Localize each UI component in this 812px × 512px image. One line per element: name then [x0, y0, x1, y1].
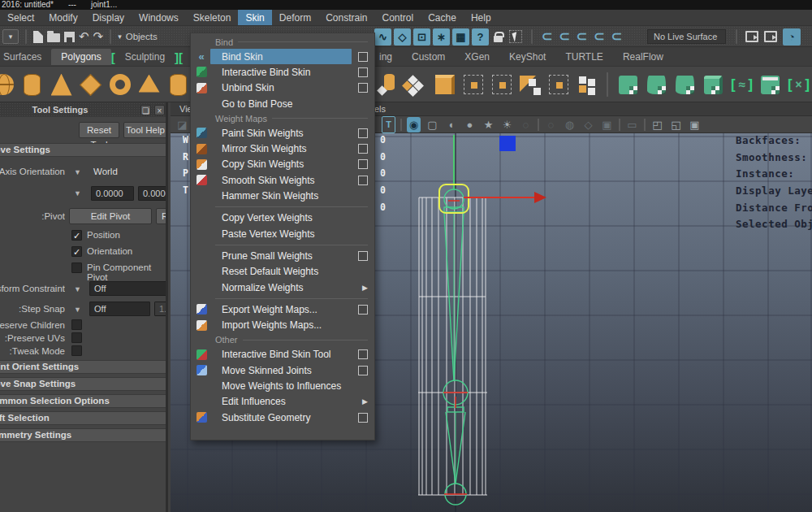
option-box[interactable] — [358, 144, 368, 154]
menu-item-unbind-skin[interactable]: Unbind Skin — [191, 80, 374, 96]
axis-orientation-dropdown-arrow[interactable]: ▼ — [74, 168, 81, 176]
option-box[interactable] — [358, 52, 368, 62]
checkbox-orientation[interactable]: ✓ — [71, 246, 82, 257]
bevel-fold-icon[interactable] — [519, 71, 541, 98]
axis-orientation-value[interactable]: World — [93, 167, 118, 176]
textured-icon[interactable]: T — [382, 116, 395, 133]
cube-icon[interactable] — [434, 71, 456, 98]
shelf-tab-realflow[interactable]: RealFlow — [613, 49, 673, 65]
menu-item-go-to-bind-pose[interactable]: Go to Bind Pose — [191, 96, 374, 111]
section-symmetry-settings[interactable]: Symmetry Settings — [0, 428, 168, 442]
motion-blur-icon[interactable]: ◍ — [563, 117, 577, 132]
construction-history-on-icon[interactable]: ⊂ — [542, 26, 552, 47]
multisample-icon[interactable]: ◇ — [581, 117, 595, 132]
menu-select[interactable]: Select — [0, 10, 41, 25]
menu-item-mirror-skin-weights[interactable]: Mirror Skin Weights — [191, 141, 374, 156]
menu-item-paste-vertex-weights[interactable]: Paste Vertex Weights — [191, 226, 374, 241]
transform-constraint-arrow[interactable]: ▼ — [74, 285, 81, 293]
section-joint-orient-settings[interactable]: Joint Orient Settings — [0, 360, 168, 374]
shelf-tab-custom[interactable]: Custom — [402, 49, 455, 65]
magnet-dotted-icon[interactable]: ⊂ — [611, 26, 622, 47]
menu-item-export-weight-maps-[interactable]: Export Weight Maps... — [191, 302, 374, 317]
snap-to-projected-center-icon[interactable]: ∗ — [433, 28, 450, 46]
menu-item-hammer-skin-weights[interactable]: Hammer Skin Weights — [191, 188, 374, 203]
option-box[interactable] — [358, 413, 368, 423]
move-settings-section[interactable]: Move Settings — [0, 143, 168, 157]
option-box[interactable] — [358, 176, 368, 185]
menu-modify[interactable]: Modify — [41, 10, 84, 25]
menu-item-normalize-weights[interactable]: Normalize Weights▶ — [191, 280, 374, 295]
open-scene-icon[interactable] — [47, 33, 60, 42]
tool-settings-header[interactable]: Tool Settings ❏ × — [0, 102, 168, 117]
menu-item-copy-skin-weights[interactable]: Copy Skin Weights — [191, 157, 374, 172]
uv-editor-icon[interactable] — [759, 71, 781, 98]
magnet-icon[interactable]: ⊂ — [594, 26, 604, 47]
shelf-tab-xgen[interactable]: XGen — [455, 49, 499, 65]
use-all-lights-icon[interactable]: ★ — [482, 117, 495, 132]
option-box[interactable] — [358, 305, 368, 315]
pane-layout-2-icon[interactable]: ◱ — [669, 117, 683, 132]
marquee-select-icon[interactable] — [462, 71, 484, 98]
menu-item-paint-skin-weights[interactable]: Paint Skin Weights — [191, 125, 374, 141]
checkbox-preserve-uvs-[interactable] — [71, 332, 82, 343]
menu-constrain[interactable]: Constrain — [318, 10, 374, 25]
live-surface-field[interactable]: No Live Surface — [647, 29, 726, 44]
shelf-tab-keyshot[interactable]: KeyShot — [499, 49, 555, 65]
poly-cube-icon[interactable] — [80, 71, 102, 98]
menu-deform[interactable]: Deform — [272, 10, 318, 25]
close-panel-icon[interactable]: × — [154, 105, 165, 115]
option-box[interactable] — [358, 251, 368, 261]
reset-pivot-button[interactable]: Reset — [156, 208, 168, 224]
field-dropdown-arrow[interactable]: ▼ — [74, 189, 81, 197]
snap-to-grids-icon[interactable]: ⊡ — [413, 28, 430, 46]
shelf-tab-surfaces[interactable]: Surfaces — [0, 49, 51, 65]
option-box[interactable] — [358, 349, 368, 359]
menu-collapse-button[interactable]: ▾ — [2, 29, 19, 44]
menu-windows[interactable]: Windows — [132, 10, 186, 25]
save-scene-icon[interactable] — [64, 32, 75, 42]
selection-mask-label[interactable]: Objects — [126, 32, 158, 41]
menu-item-bind-skin[interactable]: «Bind Skin — [191, 49, 374, 64]
menu-item-move-weights-to-influences[interactable]: Move Weights to Influences — [191, 378, 374, 393]
menu-item-import-weights-maps-[interactable]: Import Weights Maps... — [191, 317, 374, 332]
checkbox-position[interactable]: ✓ — [71, 230, 82, 241]
option-box[interactable] — [358, 366, 368, 375]
redo-icon[interactable]: ↷ — [93, 26, 104, 47]
menu-item-interactive-bind-skin-tool[interactable]: Interactive Bind Skin Tool — [191, 347, 374, 362]
crossed-arrows-brackets-icon[interactable]: [×] — [788, 71, 810, 98]
poly-pyramid-icon[interactable] — [138, 71, 160, 98]
poly-torus-icon[interactable] — [109, 71, 131, 98]
isolate-select-icon[interactable]: ▭ — [625, 117, 639, 132]
shelf-tab-sculpting[interactable]: Sculpting — [115, 49, 175, 65]
wireframe-on-shaded-icon[interactable]: ◉ — [407, 117, 421, 132]
menu-control[interactable]: Control — [375, 10, 421, 25]
depth-peeling-icon[interactable]: ▣ — [600, 117, 614, 132]
shelf-tab-polygons[interactable]: Polygons — [51, 49, 110, 65]
section-common-selection-options[interactable]: Common Selection Options — [0, 394, 168, 408]
section-move-snap-settings[interactable]: Move Snap Settings — [0, 377, 168, 391]
menu-item-move-skinned-joints[interactable]: Move Skinned Joints — [191, 362, 374, 378]
checkbox-pin-component-pivot[interactable] — [71, 263, 82, 273]
step-snap-arrow[interactable]: ▼ — [74, 306, 81, 314]
smooth-shade-icon[interactable]: ● — [463, 117, 477, 132]
quad-draw-icon[interactable] — [405, 71, 427, 98]
section-soft-selection[interactable]: Soft Selection — [0, 411, 168, 425]
option-box[interactable] — [358, 159, 368, 169]
render-settings-icon[interactable]: ◔ — [783, 28, 801, 46]
menu-item-edit-influences[interactable]: Edit Influences▶ — [191, 394, 374, 410]
snap-help-icon[interactable]: ? — [472, 28, 489, 46]
default-lighting-icon[interactable]: ☀ — [500, 117, 514, 132]
undo-icon[interactable]: ↶ — [79, 26, 89, 47]
edit-pivot-button[interactable]: Edit Pivot — [69, 208, 152, 224]
render-view-icon[interactable] — [745, 31, 758, 42]
poly-pipe-icon[interactable] — [167, 71, 189, 98]
menu-item-interactive-bind-skin[interactable]: Interactive Bind Skin — [191, 64, 374, 80]
poly-cylinder-icon[interactable] — [21, 71, 43, 98]
construction-history-off-icon[interactable]: ⊂ — [559, 26, 569, 47]
lock-selection-icon[interactable] — [494, 36, 503, 42]
step-snap-extra-field[interactable]: 1.0 — [154, 302, 168, 316]
render-current-frame-icon[interactable] — [764, 31, 777, 42]
lattice-box-icon[interactable] — [547, 71, 569, 98]
shadows-icon[interactable]: ◌ — [519, 117, 533, 132]
reset-tool-button[interactable]: Reset Tool — [79, 122, 119, 138]
